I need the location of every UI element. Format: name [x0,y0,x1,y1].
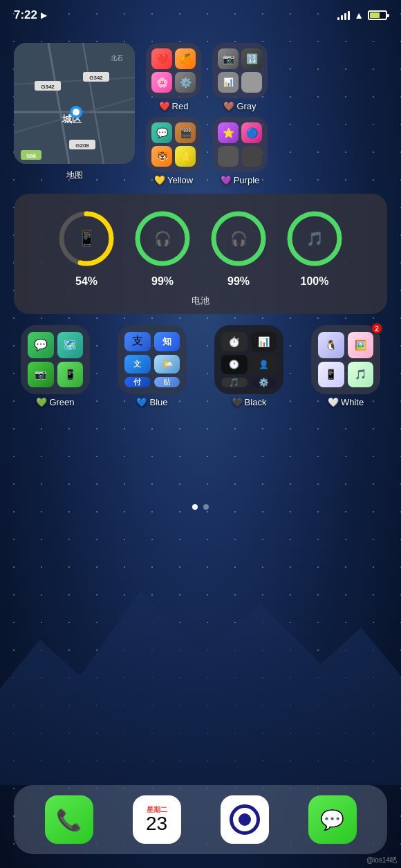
folder-gray-label: 🤎 Gray [223,101,256,111]
page-dots [14,504,387,510]
svg-text:G342: G342 [89,75,103,81]
svg-text:北石: 北石 [111,55,123,62]
folder-black-icon[interactable]: ⏱️ 📊 🕐 👤 🎵 ⚙️ [214,325,283,394]
calendar-icon[interactable]: 星期二 23 [133,795,181,844]
map-widget[interactable]: G342 G342 G208 S86 城区 [14,43,135,164]
folder-yellow-label: 💛 Yellow [154,175,193,185]
battery-widget: 📱 54% 🎧 99% [14,194,387,314]
top-right-folders: ❤️ 🍊 🌸 ⚙️ ❤️ Red 📷 🔢 📊 [146,43,387,185]
map-roads: G342 G342 G208 S86 城区 [14,43,135,164]
signal-icon [337,10,350,20]
battery-icon [368,10,387,20]
battery-phone-pct: 54% [75,275,97,288]
svg-text:G208: G208 [75,142,89,149]
svg-point-16 [73,109,80,116]
map-widget-container[interactable]: G342 G342 G208 S86 城区 [14,43,135,181]
app3-icon[interactable] [221,795,269,844]
airpod-l-icon: 🎧 [154,230,171,247]
battery-phone: 📱 54% [55,207,118,288]
folder-white-icon[interactable]: 2 🐧 🖼️ 📱 🎵 [311,325,380,394]
dock-app3[interactable] [221,795,269,844]
dock-calendar[interactable]: 星期二 23 [133,795,181,844]
svg-text:G342: G342 [41,84,55,90]
battery-airpod-l: 🎧 99% [131,207,194,288]
messages-icon[interactable]: 💬 [308,795,357,844]
folder-red-label: ❤️ Red [159,101,189,111]
battery-case-pct: 100% [301,275,329,288]
location-icon: ▶ [41,10,47,20]
status-time: 7:22 [14,8,37,22]
battery-airpod-l-circle: 🎧 [131,207,194,270]
battery-airpod-r-pct: 99% [227,275,250,288]
folder-gray-icon[interactable]: 📷 🔢 📊 [212,43,268,98]
dock: 📞 星期二 23 💬 [14,785,387,854]
folder-black-label: 🖤 Black [232,397,267,407]
battery-case-circle: 🎵 [283,207,346,270]
folder-white[interactable]: 2 🐧 🖼️ 📱 🎵 🤍 White [304,325,387,407]
dock-phone[interactable]: 📞 [45,795,93,844]
status-bar: 7:22 ▶ ▲ [0,0,401,30]
folder-green[interactable]: 💬 🗺️ 📷 📱 💚 Green [14,325,97,407]
page-dot-1[interactable] [192,504,198,510]
folder-yellow-icon[interactable]: 💬 🎬 🐯 ⭐ [146,117,201,172]
battery-circles: 📱 54% 🎧 99% [55,207,346,288]
folder-purple-icon[interactable]: ⭐ 🔵 [212,117,268,172]
battery-airpod-r-circle: 🎧 [207,207,270,270]
folder-gray[interactable]: 📷 🔢 📊 🤎 Gray [212,43,268,111]
dock-messages[interactable]: 💬 [308,795,357,844]
case-icon: 🎵 [306,230,324,247]
folder-purple[interactable]: ⭐ 🔵 💜 Purple [212,117,268,185]
folder-row-2: 💬 🎬 🐯 ⭐ 💛 Yellow ⭐ 🔵 [146,117,387,185]
battery-phone-circle: 📱 [55,207,118,270]
page-dot-2[interactable] [203,504,209,510]
top-app-row: G342 G342 G208 S86 城区 [14,43,387,185]
folder-black[interactable]: ⏱️ 📊 🕐 👤 🎵 ⚙️ 🖤 Black [207,325,290,407]
bottom-folder-row: 💬 🗺️ 📷 📱 💚 Green 支 知 文 🌤️ 付 贴 💙 [14,325,387,407]
battery-airpod-l-pct: 99% [151,275,174,288]
folder-red[interactable]: ❤️ 🍊 🌸 ⚙️ ❤️ Red [146,43,201,111]
watermark: @ios14吧 [366,856,397,865]
battery-airpod-r: 🎧 99% [207,207,270,288]
folder-blue-label: 💙 Blue [136,397,167,407]
folder-purple-label: 💜 Purple [221,175,260,185]
folder-row-1: ❤️ 🍊 🌸 ⚙️ ❤️ Red 📷 🔢 📊 [146,43,387,111]
folder-white-label: 🤍 White [328,397,364,407]
folder-blue-icon[interactable]: 支 知 文 🌤️ 付 贴 [118,325,187,394]
phone-device-icon: 📱 [77,230,96,248]
folder-yellow[interactable]: 💬 🎬 🐯 ⭐ 💛 Yellow [146,117,201,185]
folder-blue[interactable]: 支 知 文 🌤️ 付 贴 💙 Blue [111,325,194,407]
map-label: 地图 [66,169,83,181]
svg-text:S86: S86 [26,153,37,159]
folder-green-label: 💚 Green [36,397,74,407]
wifi-icon: ▲ [354,10,364,21]
home-screen: G342 G342 G208 S86 城区 [0,30,401,868]
phone-icon[interactable]: 📞 [45,795,93,844]
folder-red-icon[interactable]: ❤️ 🍊 🌸 ⚙️ [146,43,201,98]
folder-white-badge: 2 [371,322,383,335]
airpod-r-icon: 🎧 [230,230,248,247]
status-icons: ▲ [337,10,387,21]
battery-case: 🎵 100% [283,207,346,288]
battery-widget-title: 电池 [192,295,209,307]
folder-green-icon[interactable]: 💬 🗺️ 📷 📱 [21,325,90,394]
